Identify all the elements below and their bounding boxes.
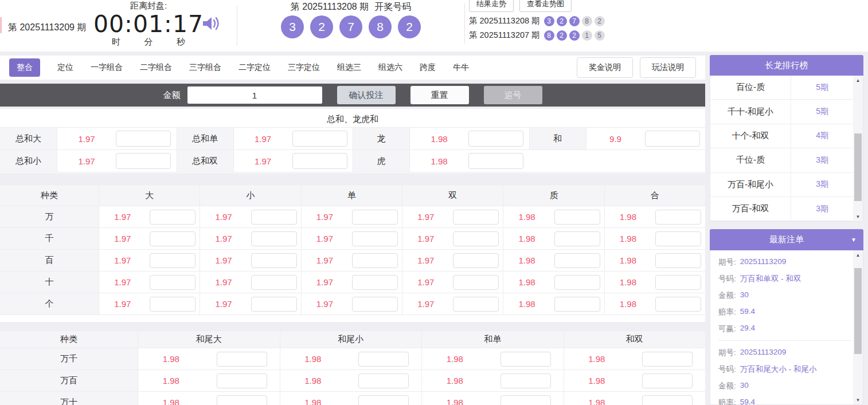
scrollbar-track[interactable] — [853, 259, 863, 395]
bet-input[interactable] — [358, 352, 409, 367]
bet-input[interactable] — [453, 231, 499, 246]
tab-dingwei[interactable]: 定位 — [57, 62, 73, 73]
bet-input[interactable] — [554, 231, 600, 246]
reset-button[interactable]: 重置 — [410, 86, 469, 104]
tab-sanzi-dingwei[interactable]: 三字定位 — [288, 62, 320, 73]
row-label: 万百 — [0, 370, 138, 392]
bet-input[interactable] — [642, 352, 693, 367]
bet-input[interactable] — [217, 373, 267, 388]
bet-input[interactable] — [554, 275, 600, 290]
bet-input[interactable] — [655, 210, 701, 225]
amount-input[interactable] — [187, 86, 322, 104]
row-label: 万千 — [0, 348, 138, 370]
bet-input[interactable] — [150, 210, 196, 225]
bet-input[interactable] — [655, 297, 701, 312]
list-item[interactable]: 十个-和双4期 — [710, 124, 853, 148]
bet-input[interactable] — [251, 275, 297, 290]
view-trend-chart-button[interactable]: 查看走势图 — [519, 0, 572, 12]
history-ball: 2 — [595, 16, 605, 26]
tab-niuniu[interactable]: 牛牛 — [453, 62, 469, 73]
list-item[interactable]: 千十-和尾小5期 — [710, 100, 853, 124]
bet-input[interactable] — [501, 352, 551, 367]
scrollbar[interactable]: ▲ ▼ — [853, 76, 863, 221]
scrollbar-thumb[interactable] — [854, 268, 862, 354]
tab-yizi-zuhe[interactable]: 一字组合 — [91, 62, 123, 73]
play-help-button[interactable]: 玩法说明 — [640, 57, 696, 78]
tab-sanzi-zuhe[interactable]: 三字组合 — [189, 62, 221, 73]
dragon-count: 3期 — [791, 148, 853, 172]
odds-value: 1.98 — [280, 376, 346, 386]
bet-input[interactable] — [150, 297, 196, 312]
bet-input[interactable] — [352, 275, 398, 290]
bet-input[interactable] — [655, 231, 701, 246]
list-item[interactable]: 千位-质3期 — [710, 148, 853, 172]
bet-input[interactable] — [554, 253, 600, 268]
tab-zuxuan3[interactable]: 组选三 — [337, 62, 361, 73]
chase-number-button[interactable]: 追号 — [484, 86, 542, 104]
scroll-down-icon[interactable]: ▼ — [853, 395, 863, 404]
tab-kuadu[interactable]: 跨度 — [420, 62, 436, 73]
bet-input[interactable] — [217, 352, 267, 367]
scroll-up-icon[interactable]: ▲ — [853, 250, 863, 259]
bet-input[interactable] — [292, 153, 347, 169]
scroll-up-icon[interactable]: ▲ — [853, 76, 863, 85]
tab-erzi-zuhe[interactable]: 二字组合 — [140, 62, 172, 73]
dragon-name: 千位-质 — [710, 148, 791, 172]
bet-input[interactable] — [251, 231, 297, 246]
confirm-bet-button[interactable]: 确认投注 — [337, 86, 396, 104]
prize-help-button[interactable]: 奖金说明 — [577, 57, 633, 78]
help-buttons: 奖金说明 玩法说明 — [577, 57, 696, 78]
odds-value: 1.98 — [280, 354, 346, 364]
odds-value: 1.97 — [99, 299, 146, 309]
bet-input[interactable] — [642, 373, 693, 388]
bet-input[interactable] — [251, 253, 297, 268]
bet-input[interactable] — [150, 231, 196, 246]
bet-input[interactable] — [468, 153, 523, 169]
bet-input[interactable] — [554, 297, 600, 312]
bet-input[interactable] — [352, 210, 398, 225]
bet-input[interactable] — [251, 210, 297, 225]
bet-input[interactable] — [217, 395, 267, 405]
bet-input[interactable] — [501, 395, 551, 405]
list-item[interactable]: 百位-质5期 — [710, 76, 853, 100]
bet-input[interactable] — [453, 297, 499, 312]
tab-erzi-dingwei[interactable]: 二字定位 — [238, 62, 271, 73]
tab-zhenghe[interactable]: 整合 — [9, 58, 40, 77]
bet-input[interactable] — [468, 131, 523, 147]
bet-input[interactable] — [642, 395, 693, 405]
bet-input[interactable] — [655, 253, 701, 268]
bet-input[interactable] — [150, 275, 196, 290]
bet-input[interactable] — [453, 210, 499, 225]
list-item[interactable]: 万百-和尾小3期 — [710, 173, 853, 197]
scrollbar-track[interactable] — [853, 85, 863, 212]
collapse-icon[interactable]: ▼ — [851, 237, 857, 243]
bet-input[interactable] — [251, 297, 297, 312]
speaker-icon[interactable] — [202, 15, 220, 32]
bet-input[interactable] — [645, 131, 700, 147]
tab-zuxuan6[interactable]: 组选六 — [378, 62, 402, 73]
bet-input[interactable] — [352, 253, 398, 268]
bet-input[interactable] — [501, 373, 551, 388]
results-trend-button[interactable]: 结果走势 — [469, 0, 514, 12]
bet-input[interactable] — [358, 395, 409, 405]
bet-input[interactable] — [453, 275, 499, 290]
odds-value: 1.98 — [503, 234, 550, 243]
bet-input[interactable] — [358, 373, 409, 388]
scrollbar-thumb[interactable] — [854, 133, 862, 201]
bet-input[interactable] — [352, 231, 398, 246]
divider — [718, 340, 851, 341]
countdown-timer: 00:01:17 — [93, 11, 204, 37]
bet-input[interactable] — [116, 153, 171, 169]
bet-input[interactable] — [655, 275, 701, 290]
list-item[interactable]: 万百-和双3期 — [710, 197, 853, 221]
bet-input[interactable] — [292, 131, 347, 147]
bet-input[interactable] — [116, 131, 171, 147]
bet-input[interactable] — [352, 297, 398, 312]
bet-input[interactable] — [554, 210, 600, 225]
table-row: 总和大1.97 总和单1.97 龙1.98 和9.9 — [0, 128, 705, 150]
bet-input[interactable] — [453, 253, 499, 268]
scroll-down-icon[interactable]: ▼ — [853, 212, 863, 221]
history-ball: 7 — [569, 16, 580, 26]
bet-input[interactable] — [150, 253, 196, 268]
scrollbar[interactable]: ▲ ▼ — [853, 250, 863, 404]
